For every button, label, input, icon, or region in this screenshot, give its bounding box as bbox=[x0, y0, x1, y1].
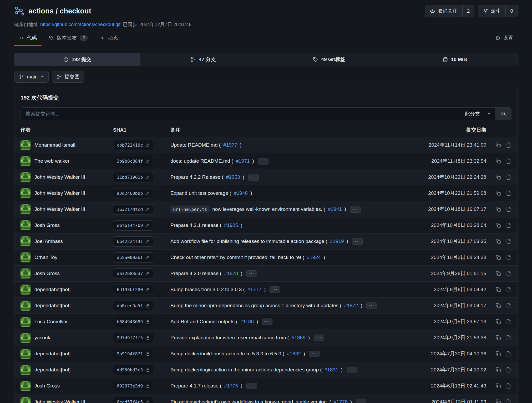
issue-link[interactable]: #1180 bbox=[240, 319, 254, 325]
stat-tags[interactable]: 49 Git标签 bbox=[266, 53, 392, 66]
browse-source-button[interactable] bbox=[506, 174, 511, 180]
commit-sha-badge[interactable]: 9a9194f871 bbox=[113, 349, 154, 359]
commit-sha-badge[interactable]: 163217dfcd bbox=[113, 204, 154, 215]
search-button[interactable] bbox=[495, 108, 511, 120]
forks-count[interactable]: 0 bbox=[505, 5, 518, 17]
expand-commit-message-button[interactable]: ··· bbox=[350, 206, 361, 213]
issue-link[interactable]: #1869 bbox=[292, 335, 306, 341]
copy-sha-button[interactable] bbox=[495, 319, 501, 325]
copy-sha-button[interactable] bbox=[495, 142, 501, 148]
commit-sha-badge[interactable]: 6b42224f41 bbox=[113, 236, 154, 247]
expand-commit-message-button[interactable]: ··· bbox=[262, 319, 272, 325]
copy-sha-button[interactable] bbox=[495, 399, 501, 403]
issue-link[interactable]: #1872 bbox=[344, 303, 358, 309]
expand-commit-message-button[interactable]: ··· bbox=[366, 302, 377, 309]
browse-source-button[interactable] bbox=[506, 399, 511, 403]
mirror-url-link[interactable]: https://github.com/actions/checkout.git bbox=[40, 22, 120, 27]
commit-author[interactable]: Josh Gross bbox=[34, 271, 60, 276]
issue-link[interactable]: #1971 bbox=[236, 158, 250, 164]
browse-source-button[interactable] bbox=[506, 255, 511, 260]
issue-link[interactable]: #1977 bbox=[223, 142, 237, 148]
issue-link[interactable]: #1775 bbox=[224, 383, 238, 389]
unwatch-button[interactable]: 取消关注 bbox=[425, 5, 462, 17]
commit-author[interactable]: dependabot[bot] bbox=[34, 367, 70, 373]
expand-commit-message-button[interactable]: ··· bbox=[314, 335, 324, 341]
commit-sha-badge[interactable]: 11bd71901b bbox=[113, 172, 154, 182]
expand-commit-message-button[interactable]: ··· bbox=[248, 174, 259, 181]
copy-sha-button[interactable] bbox=[495, 238, 501, 244]
commit-author[interactable]: Luca Comellini bbox=[34, 319, 67, 325]
browse-source-button[interactable] bbox=[506, 238, 511, 244]
commit-sha-badge[interactable]: e3d2460bbb bbox=[113, 188, 154, 198]
commit-sha-badge[interactable]: d632683dd7 bbox=[113, 268, 154, 279]
stat-size[interactable]: 10 MiB bbox=[392, 53, 518, 66]
copy-sha-button[interactable] bbox=[495, 335, 501, 341]
issue-link[interactable]: #1953 bbox=[226, 174, 240, 180]
copy-sha-button[interactable] bbox=[495, 158, 501, 164]
expand-commit-message-button[interactable]: ··· bbox=[352, 238, 363, 245]
issue-link[interactable]: #1878 bbox=[224, 271, 238, 276]
expand-commit-message-button[interactable]: ··· bbox=[246, 383, 257, 389]
commit-author[interactable]: Joel Ambass bbox=[34, 238, 63, 244]
watchers-count[interactable]: 2 bbox=[462, 5, 474, 17]
expand-commit-message-button[interactable]: ··· bbox=[356, 399, 366, 403]
browse-source-button[interactable] bbox=[506, 287, 511, 292]
tab-releases[interactable]: 版本发布 2 bbox=[44, 32, 93, 46]
issue-link[interactable]: #1946 bbox=[234, 190, 248, 196]
issue-link[interactable]: #1777 bbox=[247, 287, 261, 292]
copy-sha-button[interactable] bbox=[495, 255, 501, 260]
issue-link[interactable]: #1941 bbox=[328, 206, 342, 212]
copy-sha-button[interactable] bbox=[495, 271, 501, 276]
browse-source-button[interactable] bbox=[506, 190, 511, 196]
stat-branches[interactable]: 47 分支 bbox=[140, 53, 266, 66]
copy-sha-button[interactable] bbox=[495, 222, 501, 228]
commit-search-input[interactable] bbox=[21, 108, 460, 120]
copy-sha-button[interactable] bbox=[495, 190, 501, 196]
browse-source-button[interactable] bbox=[506, 142, 511, 148]
commit-sha-badge[interactable]: 2d7d9f7ff5 bbox=[113, 333, 154, 343]
commit-author[interactable]: Josh Gross bbox=[34, 383, 60, 389]
commit-sha-badge[interactable]: 6d193bf280 bbox=[113, 285, 154, 295]
copy-sha-button[interactable] bbox=[495, 367, 501, 373]
repo-title[interactable]: actions / checkout bbox=[28, 7, 91, 15]
commit-sha-badge[interactable]: 6ccd57f4c5 bbox=[113, 397, 154, 403]
copy-sha-button[interactable] bbox=[495, 174, 501, 180]
commit-sha-badge[interactable]: 3b9b8c884f bbox=[113, 156, 154, 166]
copy-sha-button[interactable] bbox=[495, 303, 501, 309]
commit-author[interactable]: Mohammad Ismail bbox=[34, 142, 75, 148]
issue-link[interactable]: #1925 bbox=[224, 222, 238, 228]
branch-filter-dropdown[interactable]: 此分支 bbox=[460, 108, 495, 120]
browse-source-button[interactable] bbox=[506, 383, 511, 389]
commit-author[interactable]: dependabot[bot] bbox=[34, 303, 70, 309]
expand-commit-message-button[interactable]: ··· bbox=[246, 270, 257, 277]
stat-commits[interactable]: 192 提交 bbox=[14, 53, 140, 66]
commit-author[interactable]: John Wesley Walker III bbox=[34, 190, 85, 196]
commit-sha-badge[interactable]: 692973e3d9 bbox=[113, 381, 154, 391]
commit-author[interactable]: dependabot[bot] bbox=[34, 287, 70, 292]
expand-commit-message-button[interactable]: ··· bbox=[270, 286, 280, 293]
browse-source-button[interactable] bbox=[506, 367, 511, 373]
copy-sha-button[interactable] bbox=[495, 287, 501, 292]
browse-source-button[interactable] bbox=[506, 303, 511, 309]
tab-code[interactable]: 代码 bbox=[14, 32, 42, 46]
browse-source-button[interactable] bbox=[506, 206, 511, 212]
expand-commit-message-button[interactable]: ··· bbox=[347, 367, 357, 373]
copy-sha-button[interactable] bbox=[495, 206, 501, 212]
branch-selector[interactable]: main bbox=[14, 71, 49, 83]
commit-sha-badge[interactable]: b684943689 bbox=[113, 317, 154, 327]
commit-sha-badge[interactable]: db0cee9a51 bbox=[113, 301, 154, 311]
tab-settings[interactable]: ⚙ 设置 bbox=[490, 32, 518, 46]
commit-author[interactable]: The web walker bbox=[34, 158, 69, 164]
browse-source-button[interactable] bbox=[506, 335, 511, 341]
commit-sha-badge[interactable]: dd960bd3c3 bbox=[113, 365, 154, 375]
commit-author[interactable]: John Wesley Walker III bbox=[34, 206, 85, 212]
issue-link[interactable]: #1831 bbox=[325, 367, 338, 373]
expand-commit-message-button[interactable]: ··· bbox=[309, 351, 320, 357]
commit-author[interactable]: Josh Gross bbox=[34, 222, 60, 228]
commit-author[interactable]: dependabot[bot] bbox=[34, 351, 70, 357]
commit-author[interactable]: John Wesley Walker III bbox=[34, 399, 85, 403]
issue-link[interactable]: #1776 bbox=[334, 399, 348, 403]
expand-commit-message-button[interactable]: ··· bbox=[258, 158, 268, 165]
browse-source-button[interactable] bbox=[506, 319, 511, 325]
browse-source-button[interactable] bbox=[506, 222, 511, 228]
